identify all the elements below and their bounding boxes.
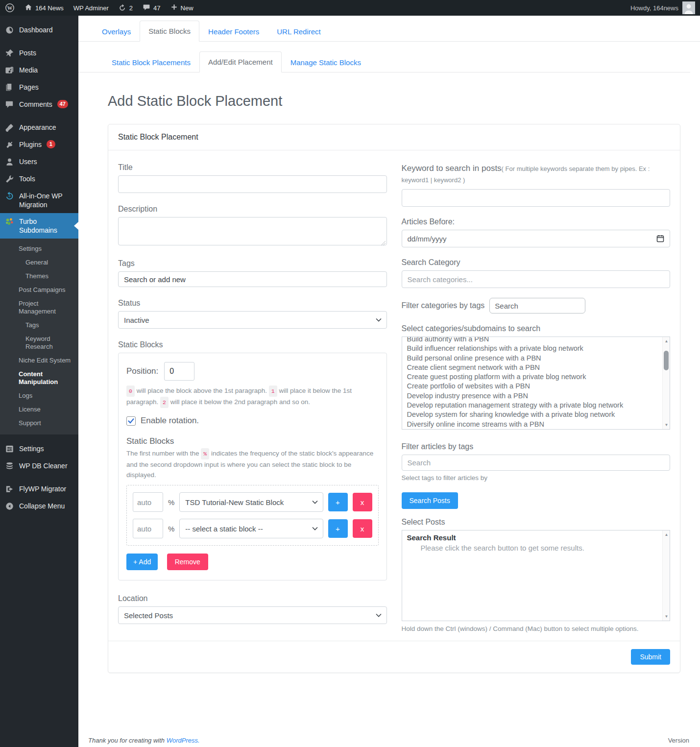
delete-row-button[interactable]: x <box>353 519 372 538</box>
scrollbar-thumb[interactable] <box>664 351 669 370</box>
sidebar-item-tools[interactable]: Tools <box>0 170 78 188</box>
frequency-input[interactable] <box>133 519 163 538</box>
submenu-item-content-manipulation[interactable]: Content Manipulation <box>0 367 78 389</box>
submenu-item-support[interactable]: Support <box>0 416 78 430</box>
delete-row-button[interactable]: x <box>353 493 372 511</box>
position-label: Position: <box>126 366 158 376</box>
tab-add-edit-placement[interactable]: Add/Edit Placement <box>199 51 282 72</box>
frequency-input[interactable] <box>133 492 163 512</box>
wp-adminer-label: WP Adminer <box>73 4 109 12</box>
select-posts-label: Select Posts <box>402 518 671 527</box>
submenu-item-keyword-research[interactable]: Keyword Research <box>0 332 78 354</box>
percent-sign: % <box>168 498 174 506</box>
filter-categories-input[interactable] <box>489 298 585 313</box>
category-option[interactable]: Diversify online income streams with a P… <box>407 420 658 429</box>
sidebar-item-label: Settings <box>19 444 44 453</box>
comments-menu-item[interactable]: 47 <box>138 0 165 16</box>
submit-button[interactable]: Submit <box>631 649 670 665</box>
scroll-up-icon[interactable]: ▲ <box>663 531 670 538</box>
add-row-button[interactable]: + <box>328 493 348 511</box>
submenu-item-settings[interactable]: Settings <box>0 242 78 256</box>
submenu-item-themes[interactable]: Themes <box>0 269 78 283</box>
tab-static-block-placements[interactable]: Static Block Placements <box>103 52 199 72</box>
remove-button[interactable]: Remove <box>167 554 208 570</box>
category-option[interactable]: Create guest posting platform with a pri… <box>407 372 658 382</box>
tab-header-footers[interactable]: Header Footers <box>199 21 268 42</box>
sidebar-item-comments[interactable]: Comments 47 <box>0 96 78 113</box>
wp-adminer-menu-item[interactable]: WP Adminer <box>69 0 114 16</box>
resize-grip[interactable] <box>381 241 386 245</box>
category-option[interactable]: Develop reputation management strategy w… <box>407 401 658 410</box>
add-button[interactable]: + Add <box>126 554 158 570</box>
category-option[interactable]: Build influencer relationships with a pr… <box>407 344 658 353</box>
tab-overlays[interactable]: Overlays <box>93 21 140 42</box>
sidebar-item-posts[interactable]: Posts <box>0 45 78 62</box>
plus-icon <box>170 3 178 12</box>
sidebar-item-plugins[interactable]: Plugins 1 <box>0 136 78 153</box>
calendar-icon[interactable] <box>656 235 664 242</box>
sidebar-item-turbo-subdomains[interactable]: Turbo Subdomains <box>0 213 78 239</box>
updates-menu-item[interactable]: 2 <box>114 0 138 16</box>
category-option[interactable]: Develop industry presence with a PBN <box>407 391 658 401</box>
sidebar-item-appearance[interactable]: Appearance <box>0 119 78 136</box>
scroll-up-icon[interactable]: ▲ <box>663 337 670 345</box>
tab-manage-static-blocks[interactable]: Manage Static Blocks <box>282 52 370 72</box>
avatar[interactable] <box>682 1 695 14</box>
category-option[interactable]: Create client segment network with a PBN <box>407 363 658 372</box>
top-tabs: Overlays Static Blocks Header Footers UR… <box>78 21 700 42</box>
sidebar-item-users[interactable]: Users <box>0 153 78 170</box>
static-block-select[interactable]: TSD Tutorial-New Static Block <box>179 492 323 512</box>
card-footer: Submit <box>108 641 680 673</box>
submenu-item-general[interactable]: General <box>0 256 78 269</box>
search-posts-button[interactable]: Search Posts <box>402 492 458 509</box>
description-textarea[interactable] <box>118 217 387 245</box>
submenu-item-project-management[interactable]: Project Management <box>0 297 78 318</box>
pages-icon <box>4 82 14 92</box>
tags-input[interactable] <box>118 271 387 287</box>
search-results-listbox[interactable]: Search Result Please click the search bu… <box>402 530 671 621</box>
add-row-button[interactable]: + <box>328 519 348 538</box>
position-input[interactable] <box>164 362 194 381</box>
tab-url-redirect[interactable]: URL Redirect <box>268 21 329 42</box>
sidebar-item-collapse-menu[interactable]: Collapse Menu <box>0 498 78 515</box>
categories-listbox[interactable]: Build authority with a PBN Build influen… <box>402 337 671 430</box>
title-input[interactable] <box>118 175 387 193</box>
keyword-input[interactable] <box>402 189 671 207</box>
submenu-item-niche-edit-system[interactable]: Niche Edit System <box>0 354 78 367</box>
search-category-input[interactable] <box>402 270 671 288</box>
submenu-item-logs[interactable]: Logs <box>0 389 78 403</box>
wordpress-logo-icon[interactable]: W <box>0 0 20 16</box>
scroll-down-icon[interactable]: ▼ <box>663 613 670 620</box>
new-menu-item[interactable]: New <box>166 0 198 16</box>
category-option[interactable]: Build personal online presence with a PB… <box>407 354 658 363</box>
category-option[interactable]: Create portfolio of websites with a PBN <box>407 382 658 391</box>
articles-before-date-input[interactable] <box>402 230 671 247</box>
sidebar-item-pages[interactable]: Pages <box>0 79 78 96</box>
code-chip: 0 <box>126 386 135 397</box>
submenu-item-license[interactable]: License <box>0 403 78 416</box>
page-title: Add Static Block Placement <box>108 93 680 109</box>
filter-articles-input[interactable] <box>402 455 671 471</box>
sidebar-item-dashboard[interactable]: Dashboard <box>0 22 78 39</box>
status-select[interactable]: Inactive <box>118 311 387 329</box>
submenu-item-tags[interactable]: Tags <box>0 318 78 332</box>
category-option[interactable]: Build authority with a PBN <box>407 337 658 344</box>
sidebar-item-flywp-migrator[interactable]: FlyWP Migrator <box>0 481 78 498</box>
sidebar-item-aio-migration[interactable]: All-in-One WP Migration <box>0 188 78 213</box>
category-option[interactable]: Develop system for sharing knowledge wit… <box>407 410 658 419</box>
tab-static-blocks[interactable]: Static Blocks <box>140 21 199 42</box>
site-menu-item[interactable]: 164 News <box>20 0 69 16</box>
scrollbar[interactable]: ▲ ▼ <box>662 530 670 621</box>
static-block-select[interactable]: -- select a static block -- <box>179 519 323 538</box>
submenu-item-post-campaigns[interactable]: Post Campaigns <box>0 283 78 297</box>
sidebar-item-settings[interactable]: Settings <box>0 440 78 458</box>
howdy-label[interactable]: Howdy, 164news <box>630 4 678 12</box>
scrollbar[interactable]: ▲ ▼ <box>662 337 670 429</box>
sidebar-item-wp-db-cleaner[interactable]: WP DB Cleaner <box>0 458 78 475</box>
location-select[interactable]: Selected Posts <box>118 606 387 624</box>
wordpress-link[interactable]: WordPress. <box>167 737 200 744</box>
page-footer: Thank you for creating with WordPress. V… <box>88 737 689 744</box>
sidebar-item-media[interactable]: Media <box>0 62 78 79</box>
scroll-down-icon[interactable]: ▼ <box>663 421 670 429</box>
enable-rotation-checkbox[interactable] <box>126 416 136 426</box>
